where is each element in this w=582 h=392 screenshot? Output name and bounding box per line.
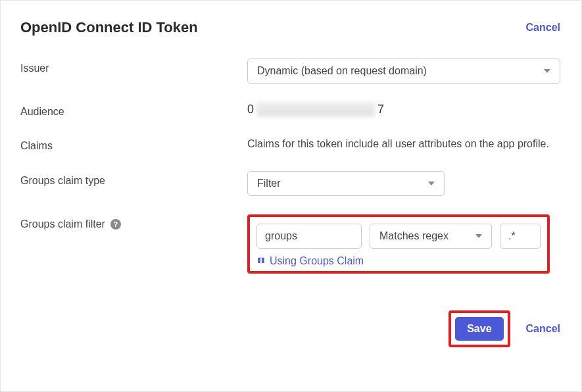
audience-prefix: 0 [247,103,254,116]
groups-claim-name-input[interactable] [256,224,362,249]
issuer-select-value: Dynamic (based on request domain) [257,65,427,77]
chevron-down-icon [544,69,550,73]
groups-match-value: Matches regex [379,230,449,242]
label-claims: Claims [20,136,247,152]
label-issuer: Issuer [20,59,247,74]
groups-filter-highlight: Matches regex Using Groups Claim [247,214,550,274]
book-icon [256,257,266,266]
cancel-link-top[interactable]: Cancel [526,22,560,34]
help-icon[interactable]: ? [110,219,121,230]
groups-type-select[interactable]: Filter [247,171,445,196]
audience-value: 0 7 [247,102,560,116]
row-issuer: Issuer Dynamic (based on request domain) [20,59,560,84]
groups-regex-input[interactable] [500,224,541,249]
panel-header: OpenID Connect ID Token Cancel [20,19,560,36]
row-groups-filter: Groups claim filter ? Matches regex [20,214,560,274]
chevron-down-icon [428,182,435,185]
save-button[interactable]: Save [455,317,503,341]
save-highlight: Save [449,310,510,347]
groups-doc-link[interactable]: Using Groups Claim [256,255,541,267]
groups-match-select[interactable]: Matches regex [370,224,492,249]
row-claims: Claims Claims for this token include all… [20,136,560,153]
groups-filter-controls: Matches regex [256,224,541,249]
audience-redacted [256,102,375,116]
issuer-select[interactable]: Dynamic (based on request domain) [247,59,560,84]
label-groups-filter-text: Groups claim filter [20,218,105,230]
groups-doc-link-text: Using Groups Claim [270,255,364,267]
chevron-down-icon [475,234,482,238]
groups-type-value: Filter [257,178,281,189]
panel-footer: Save Cancel [20,310,560,347]
row-groups-type: Groups claim type Filter [20,171,560,196]
openid-token-panel: OpenID Connect ID Token Cancel Issuer Dy… [0,0,582,392]
page-title: OpenID Connect ID Token [20,19,198,36]
cancel-link-bottom[interactable]: Cancel [526,323,560,335]
label-groups-type: Groups claim type [20,171,247,187]
claims-description: Claims for this token include all user a… [247,136,560,153]
audience-suffix: 7 [377,103,384,116]
label-audience: Audience [20,102,247,118]
label-groups-filter: Groups claim filter ? [20,214,247,230]
row-audience: Audience 0 7 [20,102,560,118]
